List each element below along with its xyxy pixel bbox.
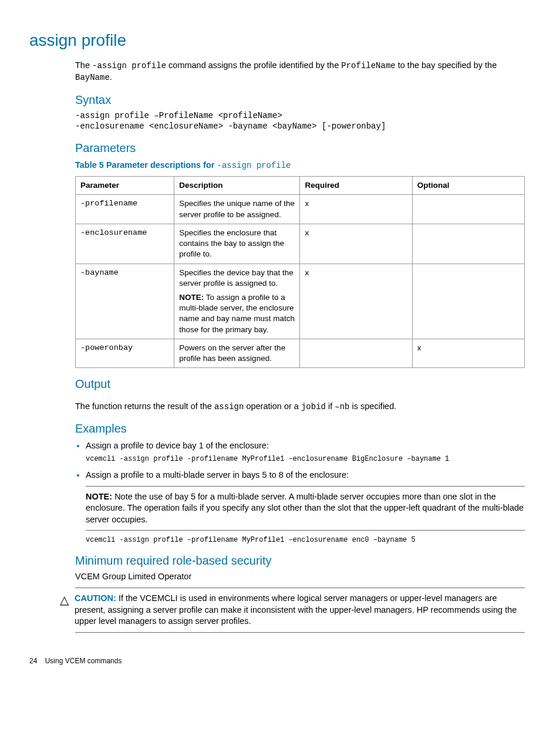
page-footer: 24 Using VCEM commands [29, 656, 525, 666]
out-t4: is specified. [349, 401, 396, 411]
caution-body: If the VCEMCLI is used in environments w… [75, 593, 517, 626]
list-item: Assign a profile to device bay 1 of the … [86, 440, 525, 464]
param-desc: Specifies the unique name of the server … [174, 195, 300, 224]
table-row: -poweronbay Powers on the server after t… [76, 339, 525, 367]
output-paragraph: The function returns the result of the a… [75, 401, 525, 413]
intro-c1: -assign profile [92, 61, 166, 70]
page-number: 24 [29, 657, 37, 665]
divider [86, 530, 525, 531]
param-name: -profilename [76, 195, 174, 224]
examples-list: Assign a profile to device bay 1 of the … [86, 440, 525, 545]
param-name: -enclosurename [76, 224, 174, 264]
caution-icon: △ [60, 594, 69, 606]
caution-label: CAUTION: [75, 593, 116, 603]
table-row: -bayname Specifies the device bay that t… [76, 264, 525, 339]
param-opt [412, 224, 524, 264]
example2-text: Assign a profile to a multi-blade server… [86, 470, 349, 480]
chapter-title: Using VCEM commands [45, 657, 122, 665]
parameters-table: Parameter Description Required Optional … [75, 176, 525, 368]
param-opt: x [412, 339, 524, 367]
param-req: x [300, 224, 412, 264]
out-t1: The function returns the result of the [75, 401, 214, 411]
table-header-row: Parameter Description Required Optional [76, 177, 525, 195]
th-parameter: Parameter [76, 177, 174, 195]
table-row: -enclosurename Specifies the enclosure t… [76, 224, 525, 264]
list-item: Assign a profile to a multi-blade server… [86, 470, 525, 545]
output-heading: Output [75, 376, 525, 392]
example2-note: NOTE: Note the use of bay 5 for a multi-… [86, 491, 525, 526]
th-required: Required [300, 177, 412, 195]
intro-c3: BayName [75, 73, 110, 82]
param-desc: Specifies the device bay that the server… [174, 264, 300, 339]
note-label: NOTE: [179, 293, 204, 302]
page-title: assign profile [29, 29, 525, 52]
example1-code: vcemcli -assign profile -profilename MyP… [86, 454, 525, 464]
note-body: Note the use of bay 5 for a multi-blade … [86, 492, 524, 524]
intro-t2: command assigns the profile identified b… [166, 60, 341, 70]
intro-t3: to the bay specified by the [396, 60, 497, 70]
out-t2: operation or a [244, 401, 301, 411]
caution-text: CAUTION: If the VCEMCLI is used in envir… [75, 593, 525, 627]
divider [86, 486, 525, 487]
parameters-heading: Parameters [75, 140, 525, 156]
param-name: -bayname [76, 264, 174, 339]
out-t3: if [326, 401, 335, 411]
param-desc: Specifies the enclosure that contains th… [174, 224, 300, 264]
intro-t1: The [75, 60, 92, 70]
note-label: NOTE: [86, 492, 112, 501]
divider [75, 632, 525, 633]
security-role: VCEM Group Limited Operator [75, 571, 525, 583]
th-optional: Optional [412, 177, 524, 195]
param-req [300, 339, 412, 367]
param-req: x [300, 195, 412, 224]
param-desc: Powers on the server after the profile h… [174, 339, 300, 367]
th-description: Description [174, 177, 300, 195]
out-c1: assign [214, 402, 244, 411]
intro-c2: ProfileName [341, 61, 395, 70]
param-name: -poweronbay [76, 339, 174, 367]
desc-text: Specifies the device bay that the server… [179, 268, 293, 288]
table-row: -profilename Specifies the unique name o… [76, 195, 525, 224]
security-heading: Minimum required role-based security [75, 553, 525, 569]
caption-code: -assign profile [217, 161, 291, 170]
table-caption: Table 5 Parameter descriptions for -assi… [75, 160, 525, 171]
example2-code: vcemcli -assign profile –profilename MyP… [86, 535, 525, 545]
param-opt [412, 195, 524, 224]
caption-prefix: Table 5 Parameter descriptions for [75, 160, 217, 170]
syntax-heading: Syntax [75, 92, 525, 108]
out-c3: –nb [335, 402, 349, 411]
caution-block: △ CAUTION: If the VCEMCLI is used in env… [60, 593, 525, 627]
example1-text: Assign a profile to device bay 1 of the … [86, 441, 269, 450]
divider [75, 588, 525, 588]
out-c2: jobid [301, 402, 326, 411]
syntax-code: -assign profile –ProfileName <profileNam… [75, 110, 525, 133]
examples-heading: Examples [75, 421, 525, 437]
intro-t4: . [110, 72, 112, 82]
intro-paragraph: The -assign profile command assigns the … [75, 60, 525, 83]
param-req: x [300, 264, 412, 339]
note-block: NOTE: To assign a profile to a multi-bla… [179, 292, 295, 335]
param-opt [412, 264, 524, 339]
